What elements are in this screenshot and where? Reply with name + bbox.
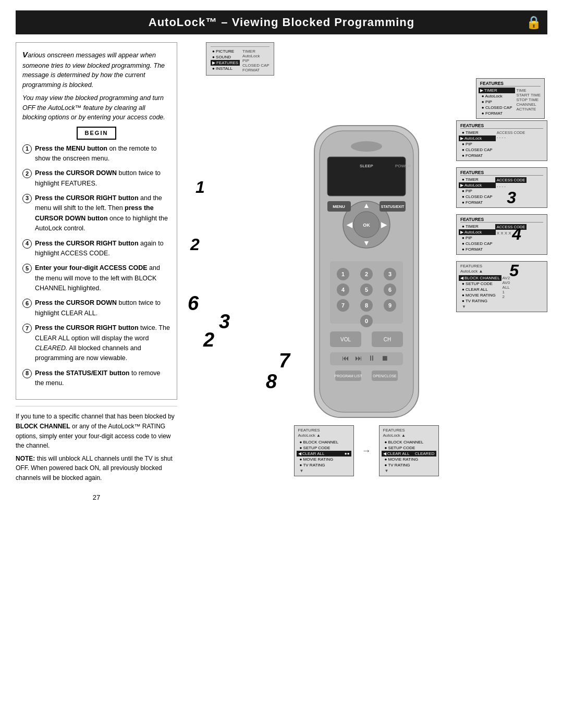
step-5: 5 Enter your four-digit ACCESS CODE and … (22, 263, 170, 293)
callout-5: 5 (509, 261, 519, 280)
mockup-autolock-2: FEATURES ● TIMER ▶ AutoLock ● PIP ● CLOS… (456, 167, 547, 208)
svg-rect-38 (330, 352, 403, 365)
callout-1: 1 (195, 178, 205, 197)
svg-text:▼: ▼ (363, 239, 370, 247)
step-8: 8 Press the STATUS/EXIT button to remove… (22, 368, 170, 389)
svg-text:POWER: POWER (395, 164, 410, 168)
step-5-num: 5 (22, 264, 32, 273)
callout-2b: 2 (203, 329, 214, 351)
right-side-mockups: FEATURES ● TIMER ▶ AutoLock ● PIP ● CLOS… (456, 120, 547, 312)
svg-text:0: 0 (364, 318, 368, 324)
step-8-num: 8 (22, 369, 32, 378)
svg-text:⏸: ⏸ (368, 354, 375, 362)
begin-button: BEGIN (77, 127, 117, 140)
left-column: Various onscreen messages will appear wh… (16, 42, 177, 501)
bottom-mockups-row: FEATURES AutoLock ▲ ● BLOCK CHANNEL ● SE… (185, 425, 547, 476)
callout-8: 8 (266, 371, 277, 393)
mockup-block-channel: FEATURES AutoLock ▲ ◀ BLOCK CHANNEL ● SE… (456, 261, 547, 312)
begin-badge: BEGIN (22, 127, 170, 140)
svg-text:1: 1 (341, 271, 344, 277)
arrow-separator: → (362, 425, 371, 476)
step-1: 1 Press the MENU button on the remote to… (22, 144, 170, 164)
svg-text:PROGRAM LIST: PROGRAM LIST (334, 374, 362, 378)
mockup-autolock-1: FEATURES ● TIMER ▶ AutoLock ● PIP ● CLOS… (456, 120, 547, 161)
svg-rect-3 (327, 157, 406, 196)
callout-2: 2 (190, 235, 200, 254)
step-7: 7 Press the CURSOR RIGHT button twice. T… (22, 323, 170, 364)
svg-text:4: 4 (341, 287, 345, 293)
right-column: ● PICTURE ● SOUND ▶ FEATURES ● INSTALL T… (185, 42, 547, 501)
step-4: 4 Press the CURSOR RIGHT button again to… (22, 239, 170, 259)
step-3-num: 3 (22, 194, 32, 203)
mockup-main-menu: ● PICTURE ● SOUND ▶ FEATURES ● INSTALL T… (206, 42, 274, 76)
svg-text:OPEN/CLOSE: OPEN/CLOSE (373, 374, 397, 378)
svg-text:⏹: ⏹ (381, 354, 388, 362)
svg-text:MENU: MENU (333, 204, 345, 209)
step-2: 2 Press the CURSOR DOWN button twice to … (22, 168, 170, 189)
svg-point-2 (351, 141, 382, 152)
steps-list: 1 Press the MENU button on the remote to… (22, 144, 170, 389)
svg-text:▶: ▶ (381, 220, 387, 229)
svg-text:SLEEP: SLEEP (360, 164, 373, 168)
page-title: AutoLock™ – Viewing Blocked Programming … (16, 10, 547, 34)
intro-p2: You may view the blocked programming and… (22, 93, 170, 122)
svg-text:◀: ◀ (346, 220, 352, 229)
svg-text:CH: CH (383, 337, 390, 342)
svg-text:8: 8 (364, 302, 368, 309)
remote-diagram-area: SLEEP POWER ▲ ▼ ◀ ▶ OK 1 2 (185, 120, 547, 423)
callout-6: 6 (188, 292, 199, 315)
intro-p1: Various onscreen messages will appear wh… (22, 49, 170, 90)
callout-3: 3 (507, 188, 516, 207)
svg-text:STATUS/EXIT: STATUS/EXIT (381, 205, 404, 208)
step-2-num: 2 (22, 169, 32, 178)
callout-3b: 3 (219, 311, 230, 333)
svg-text:7: 7 (341, 302, 344, 309)
svg-text:2: 2 (364, 271, 368, 277)
svg-text:▲: ▲ (363, 201, 370, 209)
top-mockup-area: ● PICTURE ● SOUND ▶ FEATURES ● INSTALL T… (206, 42, 274, 76)
step-6-num: 6 (22, 299, 32, 308)
mockup-clear-before: FEATURES AutoLock ▲ ● BLOCK CHANNEL ● SE… (294, 425, 354, 476)
features-mockup-1: FEATURES ▶ TIMER ● AutoLock ● PIP ● CLOS… (476, 78, 545, 119)
bottom-note: If you tune to a specific channel that h… (16, 406, 177, 483)
svg-text:5: 5 (364, 287, 368, 293)
callout-4: 4 (512, 225, 521, 244)
step-6: 6 Press the CURSOR DOWN button twice to … (22, 298, 170, 318)
callout-7: 7 (279, 350, 290, 372)
page-number: 27 (16, 493, 177, 501)
mockup-clear-after: FEATURES AutoLock ▲ ● BLOCK CHANNEL ● SE… (379, 425, 439, 476)
svg-text:⏮: ⏮ (342, 354, 349, 362)
svg-text:VOL: VOL (340, 337, 350, 342)
step-4-num: 4 (22, 239, 32, 249)
mockup-autolock-3: FEATURES ● TIMER ▶ AutoLock ● PIP ● CLOS… (456, 214, 547, 255)
step-7-num: 7 (22, 324, 32, 333)
step-3: 3 Press the CURSOR RIGHT button and the … (22, 193, 170, 234)
svg-text:3: 3 (388, 271, 391, 277)
svg-text:⏭: ⏭ (355, 354, 362, 362)
svg-text:OK: OK (363, 223, 370, 228)
intro-box: Various onscreen messages will appear wh… (16, 42, 177, 400)
svg-text:6: 6 (388, 287, 391, 293)
svg-text:9: 9 (388, 302, 391, 309)
remote-svg: SLEEP POWER ▲ ▼ ◀ ▶ OK 1 2 (283, 120, 450, 423)
step-1-num: 1 (22, 144, 32, 154)
lock-icon: 🔒 (526, 15, 542, 30)
